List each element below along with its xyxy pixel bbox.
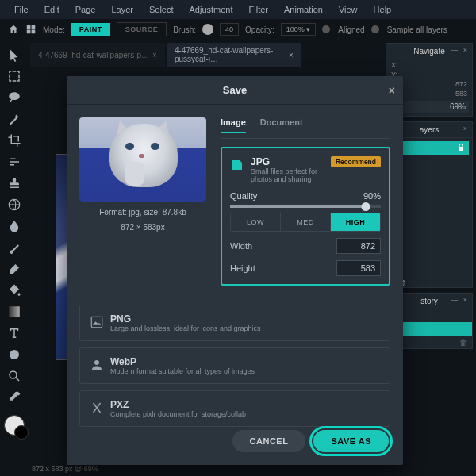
aligned-toggle[interactable] <box>322 25 330 33</box>
tools-sidebar <box>0 44 29 436</box>
mode-source-chip[interactable]: SOURCE <box>117 22 167 36</box>
crop-tool-icon[interactable] <box>7 133 21 148</box>
recommend-badge: Recommend <box>331 156 381 167</box>
select-tool-icon[interactable] <box>7 48 21 62</box>
nav-w-value: 872 <box>455 80 467 88</box>
height-label: Height <box>230 263 255 273</box>
svg-rect-3 <box>91 317 102 328</box>
menu-filter[interactable]: Filter <box>243 3 274 16</box>
svg-point-4 <box>94 360 99 365</box>
webp-subtitle: Modern format suitable for all types of … <box>110 367 255 375</box>
zoom-tool-icon[interactable] <box>7 369 21 383</box>
quality-med-button[interactable]: MED <box>281 213 331 231</box>
close-icon[interactable]: × <box>289 51 294 60</box>
quality-slider[interactable] <box>230 205 381 208</box>
menu-layer[interactable]: Layer <box>105 3 140 16</box>
preview-dimensions-text: 872 × 583px <box>79 223 206 232</box>
svg-point-1 <box>10 350 19 359</box>
opacity-label: Opacity: <box>245 25 274 34</box>
dialog-title: Save <box>223 84 247 96</box>
nav-h-value: 583 <box>455 90 467 98</box>
brush-size-value[interactable]: 40 <box>220 23 239 36</box>
color-swatch[interactable] <box>4 415 25 436</box>
status-bar: 872 x 583 px @ 69% <box>32 465 98 473</box>
zoom-value: 69% <box>450 102 466 111</box>
navigate-title: Navigate <box>413 47 444 56</box>
text-tool-icon[interactable] <box>7 326 21 340</box>
png-title: PNG <box>110 313 261 324</box>
format-jpg-block[interactable]: JPG Small files perfect for photos and s… <box>221 147 390 286</box>
panel-controls[interactable]: — × <box>451 296 469 304</box>
wand-tool-icon[interactable] <box>7 112 21 126</box>
height-input[interactable] <box>336 260 381 276</box>
panel-controls[interactable]: — × <box>451 125 469 132</box>
eraser-tool-icon[interactable] <box>7 262 21 276</box>
png-subtitle: Large and lossless, ideal for icons and … <box>110 324 261 332</box>
format-webp-block[interactable]: WebP Modern format suitable for all type… <box>79 347 390 384</box>
tab-document[interactable]: Document <box>260 117 303 133</box>
menu-animation[interactable]: Animation <box>278 3 329 16</box>
mode-label: Mode: <box>43 25 65 34</box>
aligned-label: Aligned <box>338 25 364 34</box>
tab-image[interactable]: Image <box>221 117 246 133</box>
secondary-color-swatch[interactable] <box>14 425 29 440</box>
close-icon[interactable]: × <box>152 51 157 60</box>
jpg-title: JPG <box>251 156 324 167</box>
shape-tool-icon[interactable] <box>7 347 21 362</box>
sample-toggle[interactable] <box>371 25 379 33</box>
quality-label: Quality <box>230 191 257 201</box>
menu-file[interactable]: File <box>8 3 35 16</box>
options-toolbar: Mode: PAINT SOURCE Brush: 40 Opacity: 10… <box>0 19 476 40</box>
gradient-tool-icon[interactable] <box>7 305 21 319</box>
highlight-ring <box>309 426 393 456</box>
brush-preview-dot[interactable] <box>202 24 213 35</box>
marquee-tool-icon[interactable] <box>7 69 21 83</box>
webp-format-icon <box>90 358 104 372</box>
pxz-subtitle: Complete pixlr document for storage/coll… <box>110 410 246 418</box>
delete-history-icon[interactable]: 🗑 <box>459 338 467 347</box>
format-png-block[interactable]: PNG Large and lossless, ideal for icons … <box>79 305 390 341</box>
svg-point-2 <box>10 371 17 378</box>
menu-view[interactable]: View <box>332 3 364 16</box>
jpg-subtitle: Small files perfect for photos and shari… <box>251 167 324 183</box>
eyedropper-tool-icon[interactable] <box>7 390 21 405</box>
width-label: Width <box>230 241 252 251</box>
opacity-value[interactable]: 100% ▾ <box>281 23 317 36</box>
adjust-tool-icon[interactable] <box>7 155 21 169</box>
cancel-button[interactable]: CANCEL <box>232 430 306 452</box>
arrange-icon[interactable] <box>25 24 36 35</box>
quality-value: 90% <box>363 191 381 201</box>
quality-low-button[interactable]: LOW <box>231 213 281 231</box>
home-icon[interactable] <box>8 24 19 35</box>
layers-title: ayers <box>420 125 439 134</box>
menu-adjustment[interactable]: Adjustment <box>183 3 240 16</box>
quality-high-button[interactable]: HIGH <box>331 213 380 231</box>
fill-tool-icon[interactable] <box>7 283 21 298</box>
stamp-tool-icon[interactable] <box>7 176 21 190</box>
menu-page[interactable]: Page <box>69 3 102 16</box>
close-dialog-button[interactable]: × <box>389 84 395 97</box>
world-tool-icon[interactable] <box>7 198 21 212</box>
blur-tool-icon[interactable] <box>7 219 21 233</box>
save-as-button[interactable]: SAVE AS <box>313 430 389 452</box>
lock-icon <box>456 143 466 152</box>
menu-help[interactable]: Help <box>367 3 398 16</box>
brush-tool-icon[interactable] <box>7 240 21 255</box>
format-pxz-block[interactable]: PXZ Complete pixlr document for storage/… <box>79 390 390 427</box>
pxz-format-icon <box>90 401 104 415</box>
save-preview-image <box>79 117 206 202</box>
lasso-tool-icon[interactable] <box>7 90 21 105</box>
sample-label: Sample all layers <box>387 25 447 34</box>
history-title: story <box>420 297 438 305</box>
webp-title: WebP <box>110 356 255 367</box>
menu-select[interactable]: Select <box>143 3 180 16</box>
mode-paint-chip[interactable]: PAINT <box>71 23 110 36</box>
pxz-title: PXZ <box>110 399 246 410</box>
panel-controls[interactable]: — × <box>451 46 469 54</box>
menu-edit[interactable]: Edit <box>38 3 66 16</box>
width-input[interactable] <box>336 238 381 254</box>
png-format-icon <box>90 315 104 329</box>
save-dialog: Save × Format: jpg, size: 87.8kb 872 × 5… <box>67 76 403 465</box>
jpg-format-icon <box>230 158 244 172</box>
preview-format-text: Format: jpg, size: 87.8kb <box>79 208 206 217</box>
